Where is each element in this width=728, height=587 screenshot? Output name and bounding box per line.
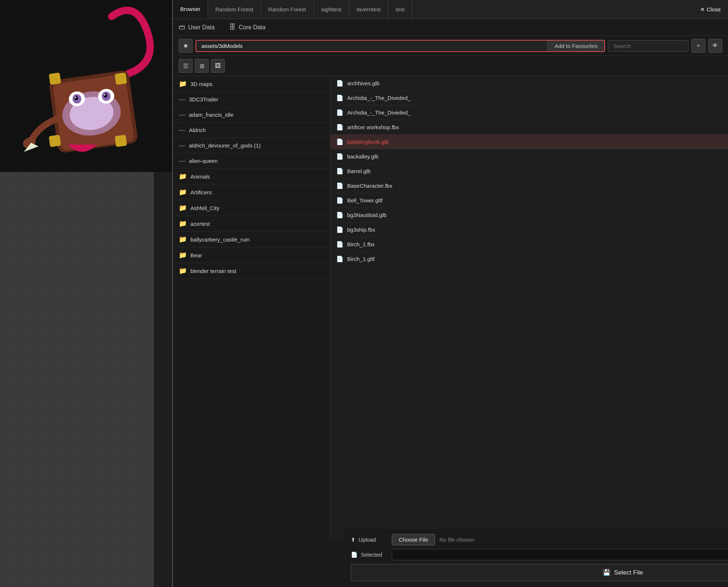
folder-name: Animals bbox=[190, 173, 210, 180]
folder-name: adam_francis_idle bbox=[189, 112, 234, 118]
folder-name: Aldrich bbox=[189, 127, 206, 133]
tab-random2-label: Random Forest bbox=[268, 6, 306, 12]
folder-icon: 📁 bbox=[179, 267, 187, 275]
browser-header: 🗃 User Data 🗄 Core Data bbox=[173, 19, 728, 36]
folder-item[interactable]: 📁Bear bbox=[173, 247, 330, 263]
tab-random1[interactable]: Random Forest bbox=[208, 0, 261, 19]
selected-icon: 📄 bbox=[351, 552, 358, 558]
selected-text: Selected bbox=[361, 552, 382, 558]
folder-icon: — bbox=[179, 96, 185, 103]
folder-icon: 📁 bbox=[179, 172, 187, 180]
file-doc-icon: 📄 bbox=[336, 153, 343, 160]
core-data-icon: 🗄 bbox=[229, 23, 236, 31]
file-item[interactable]: 📄bg3ship.fbx bbox=[330, 223, 728, 237]
folder-icon: 📁 bbox=[179, 80, 187, 88]
add-button[interactable]: + bbox=[691, 39, 705, 53]
file-name: BaseCharacter.fbx bbox=[347, 183, 392, 189]
folder-item[interactable]: —alien-queen bbox=[173, 153, 330, 169]
upload-row: ⬆ Upload Choose File No file chosen bbox=[351, 534, 728, 545]
folder-item[interactable]: —aldrich_devourer_of_gods (1) bbox=[173, 138, 330, 153]
file-browser: 📁3D maps—3DC3Trailer—adam_francis_idle—A… bbox=[173, 76, 728, 540]
file-item[interactable]: 📄Birch_1.gltf bbox=[330, 252, 728, 266]
no-file-text: No file chosen bbox=[439, 536, 474, 543]
selected-input[interactable] bbox=[392, 549, 728, 560]
svg-rect-15 bbox=[49, 135, 61, 147]
add-icon: + bbox=[697, 42, 700, 49]
folder-item[interactable]: —Aldrich bbox=[173, 123, 330, 138]
file-item[interactable]: 📄Archidia_-_The_Diveded_ bbox=[330, 105, 728, 120]
folder-item[interactable]: —3DC3Trailer bbox=[173, 92, 330, 107]
image-view-button[interactable]: 🖼 bbox=[211, 59, 225, 73]
file-name: Barrel.glb bbox=[347, 168, 371, 174]
folder-name: aldrich_devourer_of_gods (1) bbox=[189, 142, 261, 149]
folder-name: Bear bbox=[190, 252, 202, 258]
file-name: artificer workshop.fbx bbox=[347, 124, 399, 130]
select-file-label: Select File bbox=[614, 569, 643, 576]
user-data-icon: 🗃 bbox=[179, 23, 185, 31]
hide-button[interactable]: 👁 bbox=[708, 39, 722, 53]
tab-test[interactable]: test bbox=[389, 0, 412, 19]
folder-icon: — bbox=[179, 157, 185, 165]
file-name: bg3ship.fbx bbox=[347, 227, 375, 233]
search-input[interactable] bbox=[608, 40, 688, 52]
file-item[interactable]: 📄backalley.glb bbox=[330, 149, 728, 164]
file-doc-icon: 📄 bbox=[336, 94, 343, 101]
file-item[interactable]: 📄bg3Nautiloid.glb bbox=[330, 208, 728, 223]
data-tabs: 🗃 User Data 🗄 Core Data bbox=[179, 23, 265, 31]
upload-text: Upload bbox=[359, 536, 376, 543]
file-item[interactable]: 📄archhives.glb bbox=[330, 76, 728, 91]
folder-item[interactable]: 📁3D maps bbox=[173, 76, 330, 92]
tab-sighttest-label: sighttest bbox=[321, 6, 342, 12]
file-item[interactable]: 📄BaseCharacter.fbx bbox=[330, 179, 728, 193]
svg-point-12 bbox=[104, 94, 105, 96]
file-item[interactable]: 📄Archidia_-_The_Diveded_ bbox=[330, 91, 728, 105]
folder-item[interactable]: —adam_francis_idle bbox=[173, 107, 330, 123]
file-item[interactable]: 📄Bell_Tower.gltf bbox=[330, 193, 728, 208]
folder-item[interactable]: 📁ballycarbery_castle_ruin bbox=[173, 232, 330, 247]
tab-bar: Browser Random Forest Random Forest sigh… bbox=[173, 0, 728, 19]
star-button[interactable]: ★ bbox=[179, 39, 193, 53]
view-bar: ☰ ⊞ 🖼 bbox=[173, 56, 728, 76]
folder-item[interactable]: 📁Artificers bbox=[173, 184, 330, 200]
folder-name: ballycarbery_castle_ruin bbox=[190, 236, 250, 243]
file-name: babblingbook.glb bbox=[347, 139, 389, 145]
file-item[interactable]: 📄Barrel.glb bbox=[330, 164, 728, 179]
choose-file-button[interactable]: Choose File bbox=[392, 534, 435, 545]
folder-item[interactable]: 📁blender terrain test bbox=[173, 263, 330, 279]
folder-icon: 📁 bbox=[179, 235, 187, 243]
star-icon: ★ bbox=[183, 42, 189, 50]
character-preview bbox=[9, 5, 163, 167]
file-item[interactable]: 📄artificer workshop.fbx bbox=[330, 120, 728, 135]
file-name: Bell_Tower.gltf bbox=[347, 197, 383, 203]
core-data-tab[interactable]: 🗄 Core Data bbox=[229, 23, 265, 31]
folder-icon: — bbox=[179, 111, 185, 119]
canvas-area[interactable] bbox=[0, 172, 154, 587]
tab-browser[interactable]: Browser bbox=[173, 0, 208, 19]
path-input[interactable] bbox=[196, 41, 547, 51]
add-favourites-button[interactable]: Add to Favourites bbox=[547, 41, 604, 51]
user-data-tab[interactable]: 🗃 User Data bbox=[179, 23, 215, 31]
tab-browser-label: Browser bbox=[180, 6, 200, 12]
tab-taverntest[interactable]: taverntest bbox=[349, 0, 389, 19]
select-file-button[interactable]: 💾 Select File bbox=[351, 564, 728, 581]
file-name: Archidia_-_The_Diveded_ bbox=[347, 109, 411, 116]
list-view-button[interactable]: ☰ bbox=[179, 59, 193, 73]
folder-name: alien-queen bbox=[189, 158, 218, 164]
svg-point-11 bbox=[75, 97, 76, 98]
folder-item[interactable]: 📁Ashfell_City bbox=[173, 200, 330, 216]
file-item[interactable]: 📄babblingbook.glb bbox=[330, 135, 728, 149]
close-button[interactable]: ✕ Close bbox=[693, 6, 728, 13]
folder-name: blender terrain test bbox=[190, 268, 236, 274]
folder-item[interactable]: 📁Animals bbox=[173, 169, 330, 184]
svg-rect-13 bbox=[49, 72, 61, 85]
tab-taverntest-label: taverntest bbox=[357, 6, 381, 12]
tab-random2[interactable]: Random Forest bbox=[261, 0, 313, 19]
tab-random1-label: Random Forest bbox=[215, 6, 253, 12]
grid-view-button[interactable]: ⊞ bbox=[195, 59, 209, 73]
selected-label: 📄 Selected bbox=[351, 552, 387, 558]
user-data-label: User Data bbox=[188, 24, 215, 31]
file-item[interactable]: 📄Birch_1.fbx bbox=[330, 237, 728, 252]
tab-sighttest[interactable]: sighttest bbox=[314, 0, 349, 19]
folder-item[interactable]: 📁azertest bbox=[173, 216, 330, 232]
file-doc-icon: 📄 bbox=[336, 168, 343, 175]
